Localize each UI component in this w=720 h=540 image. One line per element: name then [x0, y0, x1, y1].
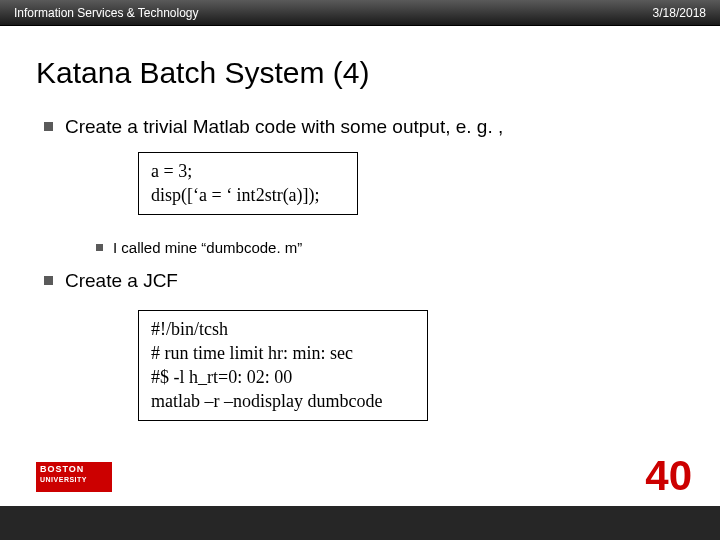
bullet-create-jcf: Create a JCF	[36, 270, 684, 292]
slide-title: Katana Batch System (4)	[36, 56, 684, 90]
header-date: 3/18/2018	[653, 6, 706, 20]
code-line: matlab –r –nodisplay dumbcode	[151, 389, 415, 413]
code-line: disp([‘a = ‘ int2str(a)]);	[151, 183, 345, 207]
code-line: #$ -l h_rt=0: 02: 00	[151, 365, 415, 389]
bullet-square-icon	[44, 122, 53, 131]
code-line: a = 3;	[151, 159, 345, 183]
bullet-text: Create a trivial Matlab code with some o…	[65, 116, 503, 138]
logo-line2: UNIVERSITY	[40, 476, 108, 484]
bullet-text: Create a JCF	[65, 270, 178, 292]
page-number: 40	[645, 452, 692, 500]
header-org: Information Services & Technology	[14, 6, 199, 20]
slide-content: Katana Batch System (4) Create a trivial…	[0, 26, 720, 506]
code-line: # run time limit hr: min: sec	[151, 341, 415, 365]
code-box-matlab: a = 3; disp([‘a = ‘ int2str(a)]);	[138, 152, 358, 215]
bu-logo: BOSTON UNIVERSITY	[36, 462, 112, 492]
bullet-square-icon	[44, 276, 53, 285]
bullet-square-icon	[96, 244, 103, 251]
bullet-dumbcode: I called mine “dumbcode. m”	[96, 239, 684, 256]
slide-header: Information Services & Technology 3/18/2…	[0, 0, 720, 26]
bullet-text: I called mine “dumbcode. m”	[113, 239, 302, 256]
code-line: #!/bin/tcsh	[151, 317, 415, 341]
logo-line1: BOSTON	[40, 464, 84, 474]
bullet-create-matlab: Create a trivial Matlab code with some o…	[36, 116, 684, 138]
code-box-jcf: #!/bin/tcsh # run time limit hr: min: se…	[138, 310, 428, 421]
